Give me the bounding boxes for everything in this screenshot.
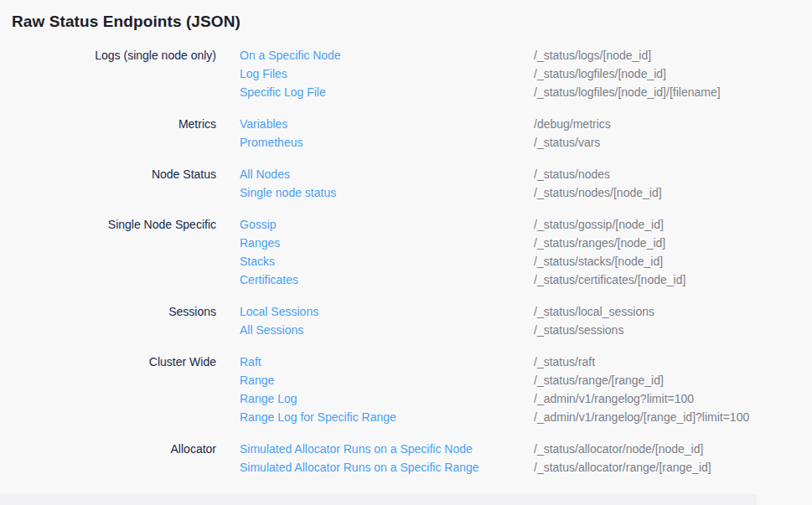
section-category-label: Metrics xyxy=(0,115,216,152)
endpoint-link[interactable]: Range xyxy=(240,371,274,389)
section-path-list: /_status/logs/[node_id] /_status/logfile… xyxy=(510,46,812,101)
endpoint-link[interactable]: Stacks xyxy=(240,252,275,271)
endpoint-link[interactable]: Specific Log File xyxy=(240,83,326,101)
endpoint-link[interactable]: Gossip xyxy=(240,215,277,234)
endpoint-link[interactable]: All Sessions xyxy=(240,321,303,339)
section-category-label: Single Node Specific xyxy=(0,215,216,289)
endpoint-path: /_status/ranges/[node_id] xyxy=(534,234,812,252)
endpoint-section: Logs (single node only) On a Specific No… xyxy=(0,46,812,101)
section-category-label: Allocator xyxy=(0,440,216,477)
section-category-label: Sessions xyxy=(0,302,216,339)
endpoint-section: Cluster Wide Raft Range Range Log Range … xyxy=(0,353,812,426)
endpoint-link[interactable]: All Nodes xyxy=(240,165,290,183)
endpoint-link[interactable]: Range Log for Specific Range xyxy=(240,408,396,426)
bottom-band xyxy=(0,494,757,505)
section-path-list: /_status/gossip/[node_id] /_status/range… xyxy=(510,215,812,289)
endpoint-path: /debug/metrics xyxy=(534,115,812,133)
section-category-label: Cluster Wide xyxy=(0,353,216,426)
section-path-list: /_status/local_sessions /_status/session… xyxy=(510,302,812,339)
endpoint-path: /_status/stacks/[node_id] xyxy=(534,252,812,271)
endpoint-path: /_status/nodes/[node_id] xyxy=(534,183,812,202)
endpoint-path: /_status/raft xyxy=(534,353,812,371)
endpoint-link[interactable]: Prometheus xyxy=(240,133,303,152)
endpoint-link[interactable]: On a Specific Node xyxy=(240,46,341,64)
endpoint-path: /_status/certificates/[node_id] xyxy=(534,271,812,289)
endpoint-link[interactable]: Log Files xyxy=(240,64,287,83)
endpoint-path: /_status/local_sessions xyxy=(534,302,812,321)
section-link-list: Variables Prometheus xyxy=(216,115,510,152)
endpoint-link[interactable]: Simulated Allocator Runs on a Specific R… xyxy=(240,458,479,477)
endpoint-path: /_status/logs/[node_id] xyxy=(534,46,812,64)
section-category-label: Logs (single node only) xyxy=(0,46,216,101)
endpoint-path: /_status/gossip/[node_id] xyxy=(534,215,812,234)
endpoint-section: Single Node Specific Gossip Ranges Stack… xyxy=(0,215,812,289)
endpoint-path: /_status/vars xyxy=(534,133,812,152)
endpoint-path: /_status/range/[range_id] xyxy=(534,371,812,389)
section-link-list: Simulated Allocator Runs on a Specific N… xyxy=(216,440,510,477)
section-link-list: Local Sessions All Sessions xyxy=(216,302,510,339)
section-link-list: All Nodes Single node status xyxy=(216,165,510,202)
endpoint-link[interactable]: Local Sessions xyxy=(240,302,318,321)
endpoint-section: Node Status All Nodes Single node status… xyxy=(0,165,812,202)
endpoint-link[interactable]: Raft xyxy=(240,353,261,371)
endpoint-path: /_status/logfiles/[node_id]/[filename] xyxy=(534,83,812,101)
section-path-list: /debug/metrics /_status/vars xyxy=(510,115,812,152)
endpoint-link[interactable]: Variables xyxy=(240,115,287,133)
section-path-list: /_status/allocator/node/[node_id] /_stat… xyxy=(510,440,812,477)
endpoint-section: Metrics Variables Prometheus /debug/metr… xyxy=(0,115,812,152)
endpoint-path: /_status/logfiles/[node_id] xyxy=(534,64,812,83)
endpoint-link[interactable]: Simulated Allocator Runs on a Specific N… xyxy=(240,440,473,458)
endpoint-link[interactable]: Range Log xyxy=(240,389,297,408)
page-title: Raw Status Endpoints (JSON) xyxy=(0,0,812,32)
endpoint-link[interactable]: Certificates xyxy=(240,271,298,289)
endpoint-path: /_status/nodes xyxy=(534,165,812,183)
section-path-list: /_status/raft /_status/range/[range_id] … xyxy=(510,353,812,426)
endpoint-path: /_status/allocator/range/[range_id] xyxy=(534,458,812,477)
endpoints-table: Logs (single node only) On a Specific No… xyxy=(0,46,812,477)
section-link-list: Raft Range Range Log Range Log for Speci… xyxy=(216,353,510,426)
debug-endpoints-page: Raw Status Endpoints (JSON) Logs (single… xyxy=(0,0,812,477)
endpoint-link[interactable]: Single node status xyxy=(240,183,336,202)
section-path-list: /_status/nodes /_status/nodes/[node_id] xyxy=(510,165,812,202)
endpoint-path: /_admin/v1/rangelog?limit=100 xyxy=(534,389,812,408)
section-category-label: Node Status xyxy=(0,165,216,202)
endpoint-link[interactable]: Ranges xyxy=(240,234,280,252)
endpoint-path: /_admin/v1/rangelog/[range_id]?limit=100 xyxy=(534,408,812,426)
section-link-list: On a Specific Node Log Files Specific Lo… xyxy=(216,46,510,101)
section-link-list: Gossip Ranges Stacks Certificates xyxy=(216,215,510,289)
endpoint-path: /_status/allocator/node/[node_id] xyxy=(534,440,812,458)
endpoint-section: Sessions Local Sessions All Sessions /_s… xyxy=(0,302,812,339)
endpoint-section: Allocator Simulated Allocator Runs on a … xyxy=(0,440,812,477)
endpoint-path: /_status/sessions xyxy=(534,321,812,339)
